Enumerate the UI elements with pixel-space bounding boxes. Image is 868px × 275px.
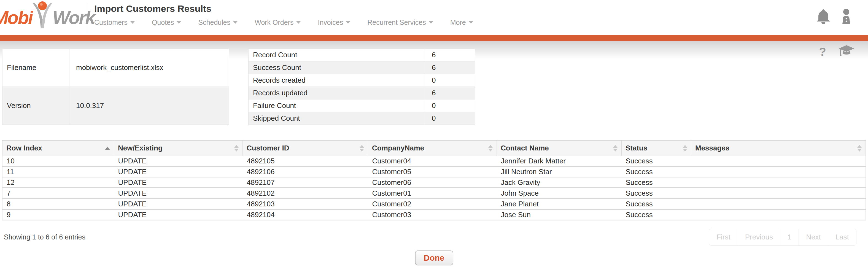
- messages-cell: [691, 199, 866, 209]
- table-row: 11 UPDATE 4892106 Customer05 Jill Neutro…: [2, 166, 866, 177]
- summary-value: 0: [425, 99, 475, 112]
- logo-text-mobi: Mobi: [0, 8, 32, 27]
- table-row: Filename mobiwork_customerlist.xlsx: [2, 49, 229, 87]
- pagination-first-button[interactable]: First: [709, 229, 738, 245]
- pagination-previous-button[interactable]: Previous: [738, 229, 780, 245]
- import-results-table: Row Index New/Existing Customer ID Compa…: [2, 140, 866, 220]
- top-navbar: Mobi Work Import Customers Results Custo…: [0, 0, 868, 35]
- status-cell: Success: [622, 199, 691, 209]
- summary-value: 6: [425, 49, 475, 61]
- status-cell: Success: [622, 209, 691, 220]
- question-mark-icon[interactable]: ?: [819, 46, 826, 58]
- chevron-down-icon: [429, 21, 433, 24]
- summary-label: Record Count: [249, 49, 425, 61]
- pagination-last-button[interactable]: Last: [828, 229, 856, 245]
- summary-value: 6: [425, 87, 475, 99]
- messages-cell: [691, 177, 866, 188]
- done-button[interactable]: Done: [415, 250, 453, 265]
- table-row: 12 UPDATE 4892107 Customer06 Jack Gravit…: [2, 177, 866, 188]
- column-header-new-existing[interactable]: New/Existing: [114, 140, 243, 156]
- table-row: 10 UPDATE 4892105 Customer04 Jennifer Da…: [2, 156, 866, 166]
- table-row: Success Count 6: [249, 61, 475, 74]
- file-info-table: Filename mobiwork_customerlist.xlsx Vers…: [2, 49, 229, 125]
- messages-cell: [691, 166, 866, 177]
- summary-label: Success Count: [249, 61, 425, 74]
- mobiwork-logo[interactable]: Mobi Work: [0, 3, 88, 32]
- pagination-next-button[interactable]: Next: [799, 229, 828, 245]
- status-cell: Success: [622, 177, 691, 188]
- column-header-customer-id[interactable]: Customer ID: [243, 140, 368, 156]
- summary-value: 0: [425, 74, 475, 87]
- menu-item-work-orders[interactable]: Work Orders: [255, 19, 301, 26]
- menu-item-schedules[interactable]: Schedules: [198, 19, 238, 26]
- chevron-down-icon: [233, 21, 238, 24]
- status-cell: Success: [622, 156, 691, 166]
- table-row: Records created 0: [249, 74, 475, 87]
- menu-item-more[interactable]: More: [450, 19, 473, 26]
- graduation-cap-icon[interactable]: [838, 44, 855, 59]
- summary-label: Records created: [249, 74, 425, 87]
- table-row: 8 UPDATE 4892103 Customer02 Jane Planet …: [2, 199, 866, 209]
- table-row: Failure Count 0: [249, 99, 475, 112]
- summary-label: Skipped Count: [249, 112, 425, 125]
- status-cell: Success: [622, 188, 691, 199]
- table-row: 9 UPDATE 4892104 Customer03 Jose Sun Suc…: [2, 209, 866, 220]
- sort-icon: [857, 145, 862, 152]
- column-header-row-index[interactable]: Row Index: [2, 140, 114, 156]
- orange-divider-bar: [0, 35, 868, 41]
- chevron-down-icon: [130, 21, 135, 24]
- chevron-down-icon: [346, 21, 350, 24]
- column-header-contact-name[interactable]: Contact Name: [497, 140, 622, 156]
- pagination: First Previous 1 Next Last: [709, 229, 857, 246]
- column-header-companyname[interactable]: CompanyName: [368, 140, 497, 156]
- main-menu: Customers Quotes Schedules Work Orders I…: [94, 19, 868, 26]
- summary-label: Failure Count: [249, 99, 425, 112]
- sort-icon: [360, 145, 364, 152]
- main-content: ? Filename mobiwork_customerlist.xlsx Ve…: [0, 41, 868, 275]
- menu-item-customers[interactable]: Customers: [94, 19, 135, 26]
- import-summary-table: Record Count 6 Success Count 6 Records c…: [248, 49, 475, 125]
- file-info-label: Version: [2, 87, 69, 125]
- summary-label: Records updated: [249, 87, 425, 99]
- file-info-value: mobiwork_customerlist.xlsx: [69, 49, 229, 87]
- results-header-row: Row Index New/Existing Customer ID Compa…: [2, 140, 866, 156]
- sort-ascending-icon: [105, 147, 110, 150]
- bell-icon[interactable]: [816, 8, 831, 26]
- messages-cell: [691, 209, 866, 220]
- table-row: Record Count 6: [249, 49, 475, 61]
- table-row: 7 UPDATE 4892102 Customer01 John Space S…: [2, 188, 866, 199]
- menu-item-quotes[interactable]: Quotes: [152, 19, 181, 26]
- table-row: Version 10.0.317: [2, 87, 229, 125]
- table-row: Records updated 6: [249, 87, 475, 99]
- summary-value: 0: [425, 112, 475, 125]
- status-cell: Success: [622, 166, 691, 177]
- column-header-messages[interactable]: Messages: [691, 140, 866, 156]
- sort-icon: [683, 145, 687, 152]
- menu-item-invoices[interactable]: Invoices: [318, 19, 350, 26]
- table-row: Skipped Count 0: [249, 112, 475, 125]
- sort-icon: [613, 145, 618, 152]
- logo-person-icon: [31, 1, 54, 32]
- showing-entries-text: Showing 1 to 6 of 6 entries: [4, 233, 86, 241]
- sort-icon: [488, 145, 493, 152]
- messages-cell: [691, 156, 866, 166]
- file-info-label: Filename: [2, 49, 69, 87]
- messages-cell: [691, 188, 866, 199]
- menu-item-recurrent-services[interactable]: Recurrent Services: [367, 19, 433, 26]
- column-header-status[interactable]: Status: [622, 140, 691, 156]
- chevron-down-icon: [177, 21, 181, 24]
- user-icon[interactable]: [840, 8, 853, 26]
- summary-value: 6: [425, 61, 475, 74]
- sort-icon: [234, 145, 239, 152]
- file-info-value: 10.0.317: [69, 87, 229, 125]
- chevron-down-icon: [296, 21, 301, 24]
- page-title: Import Customers Results: [94, 3, 868, 14]
- chevron-down-icon: [469, 21, 473, 24]
- pagination-page-1-button[interactable]: 1: [780, 229, 799, 245]
